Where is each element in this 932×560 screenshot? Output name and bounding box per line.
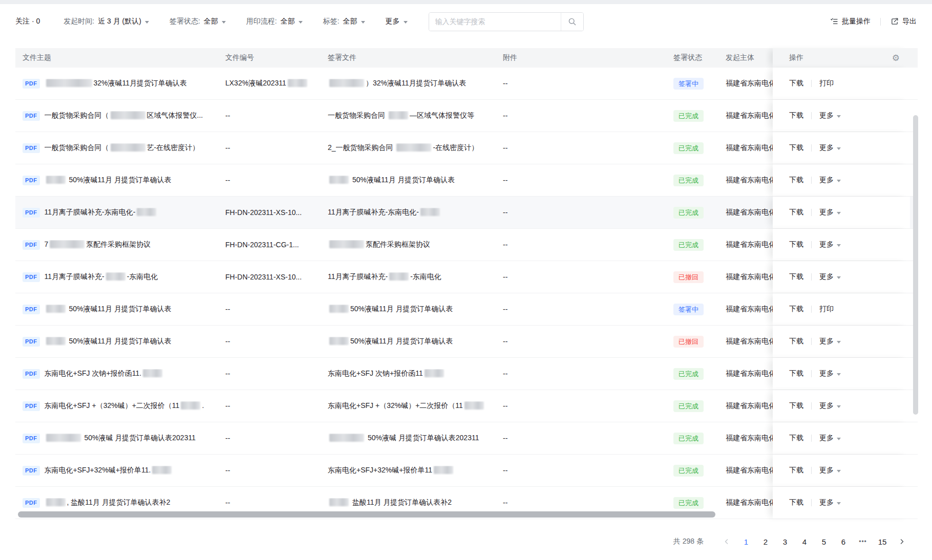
table-row[interactable]: PDF 32%液碱11月提货订单确认表 LX32%液碱202311 ）32%液碱… — [15, 68, 918, 100]
download-action[interactable]: 下载 — [789, 176, 803, 185]
subject-cell: PDF 50%液碱 月提货订单确认表202311 — [15, 434, 225, 443]
print-action[interactable]: 打印 — [819, 79, 834, 88]
attachment-cell: -- — [503, 144, 673, 152]
more-filters-button[interactable]: 更多 — [386, 17, 411, 26]
download-action[interactable]: 下载 — [789, 111, 803, 120]
download-action[interactable]: 下载 — [789, 208, 803, 217]
download-action[interactable]: 下载 — [789, 240, 803, 249]
table-row[interactable]: PDF 一般货物采购合同（区域气体报警仪... -- 一般货物采购合同 —区域气… — [15, 100, 918, 132]
export-button[interactable]: 导出 — [891, 17, 917, 26]
page-2[interactable]: 2 — [759, 534, 772, 549]
more-action[interactable]: 更多 — [819, 143, 841, 153]
redacted-blur — [464, 401, 484, 410]
table-row[interactable]: PDF 东南电化+SFJ 次钠+报价函11. -- 东南电化+SFJ 次钠+报价… — [15, 358, 918, 390]
entity-cell: 福建省东南电化 — [726, 369, 773, 378]
redacted-blur — [329, 176, 349, 184]
operations-cell: 下载打印 — [773, 68, 910, 99]
more-action[interactable]: 更多 — [819, 401, 841, 411]
table-row[interactable]: PDF 一般货物采购合同（艺-在线密度计） -- 2_一般货物采购合同 -在线密… — [15, 132, 918, 164]
cell-text: 7 — [45, 240, 49, 248]
page-6[interactable]: 6 — [837, 534, 850, 549]
download-action[interactable]: 下载 — [789, 466, 803, 475]
action-divider — [811, 209, 812, 216]
chevron-down-icon — [837, 438, 841, 440]
subject-text: 东南电化+SFJ +（32%碱）+二次报价（11. — [45, 401, 204, 411]
more-action[interactable]: 更多 — [819, 337, 841, 346]
download-action[interactable]: 下载 — [789, 401, 803, 411]
operations-cell: 下载更多 — [773, 132, 910, 164]
search-input[interactable] — [429, 13, 561, 31]
total-count: 共 298 条 — [673, 537, 704, 546]
page-15[interactable]: 15 — [876, 534, 889, 549]
table-row[interactable]: PDF 11月离子膜碱补充--东南电化 FH-DN-202311-XS-10..… — [15, 261, 918, 293]
download-action[interactable]: 下载 — [789, 272, 803, 282]
filter-seal-flow[interactable]: 用印流程: 全部 — [246, 17, 303, 26]
chevron-down-icon — [837, 212, 841, 214]
page-3[interactable]: 3 — [778, 534, 792, 549]
redacted-blur — [288, 79, 307, 87]
more-action[interactable]: 更多 — [819, 272, 841, 282]
more-action-label: 更多 — [819, 272, 834, 282]
download-action[interactable]: 下载 — [789, 369, 803, 378]
more-action[interactable]: 更多 — [819, 111, 841, 120]
follow-filter[interactable]: 关注 · 0 — [15, 17, 40, 26]
download-action[interactable]: 下载 — [789, 498, 803, 507]
checklist-icon — [830, 17, 838, 26]
horizontal-scrollbar[interactable] — [18, 511, 715, 518]
download-action[interactable]: 下载 — [789, 143, 803, 153]
vertical-scrollbar[interactable] — [913, 115, 918, 415]
download-action[interactable]: 下载 — [789, 434, 803, 443]
cell-text: FH-DN-202311-XS-10... — [225, 208, 302, 217]
status-badge: 已完成 — [673, 433, 704, 444]
cell-text: 11月离子膜碱补充- — [328, 272, 388, 281]
action-divider — [811, 370, 812, 377]
filter-sign-status[interactable]: 签署状态: 全部 — [170, 17, 226, 26]
table-row[interactable]: PDF 50%液碱11月 月提货订单确认表 -- 50%液碱11月 月提货订单确… — [15, 164, 918, 197]
download-action[interactable]: 下载 — [789, 79, 803, 88]
cell-text: -- — [225, 176, 230, 184]
more-action[interactable]: 更多 — [819, 434, 841, 443]
batch-operations-button[interactable]: 批量操作 — [830, 17, 871, 26]
table-row[interactable]: PDF 11月离子膜碱补充-东南电化- FH-DN-202311-XS-10..… — [15, 197, 918, 229]
table-row[interactable]: PDF 50%液碱11月 月提货订单确认表 -- 50%液碱11月 月提货订单确… — [15, 293, 918, 326]
cell-text: 50%液碱11月 月提货订单确认表 — [67, 305, 172, 313]
code-cell: -- — [225, 144, 328, 152]
col-header-entity: 发起主体 — [726, 53, 773, 62]
attachment-cell: -- — [503, 434, 673, 442]
more-action[interactable]: 更多 — [819, 240, 841, 249]
prev-page-button[interactable] — [720, 534, 733, 549]
page-5[interactable]: 5 — [817, 534, 831, 549]
more-action[interactable]: 更多 — [819, 176, 841, 185]
print-action[interactable]: 打印 — [819, 305, 834, 314]
download-action[interactable]: 下载 — [789, 305, 803, 314]
filter-tag[interactable]: 标签: 全部 — [323, 17, 365, 26]
filter-start-time[interactable]: 发起时间: 近 3 月 (默认) — [63, 17, 149, 26]
download-action-label: 下载 — [789, 305, 803, 314]
status-badge: 已撤回 — [673, 271, 704, 283]
search-button[interactable] — [561, 13, 583, 31]
status-cell: 已完成 — [673, 368, 726, 380]
page-4[interactable]: 4 — [798, 534, 811, 549]
pdf-badge: PDF — [23, 272, 40, 282]
gear-icon[interactable]: ⚙ — [892, 54, 900, 62]
table-row[interactable]: PDF 东南电化+SFJ+32%碱+报价单11. -- 东南电化+SFJ+32%… — [15, 455, 918, 487]
cell-text: 11月离子膜碱补充-东南电化- — [328, 208, 419, 216]
table-row[interactable]: PDF 50%液碱 月提货订单确认表202311 -- 50%液碱 月提货订单确… — [15, 422, 918, 455]
action-divider — [811, 402, 812, 410]
more-action[interactable]: 更多 — [819, 498, 841, 507]
page-1-current[interactable]: 1 — [739, 534, 753, 549]
table-row[interactable]: PDF 东南电化+SFJ +（32%碱）+二次报价（11. -- 东南电化+SF… — [15, 390, 918, 422]
table-row[interactable]: PDF 50%液碱11月 月提货订单确认表 -- 50%液碱11月 月提货订单确… — [15, 326, 918, 358]
next-page-button[interactable] — [895, 534, 908, 549]
more-action[interactable]: 更多 — [819, 466, 841, 475]
table-row[interactable]: PDF 7泵配件采购框架协议 FH-DN-202311-CG-1... 泵配件采… — [15, 229, 918, 261]
subject-cell: PDF 50%液碱11月 月提货订单确认表 — [15, 305, 225, 314]
file-cell: 50%液碱11月 月提货订单确认表 — [328, 176, 503, 185]
download-action-label: 下载 — [789, 434, 803, 443]
cell-text: 一般货物采购合同（ — [45, 143, 109, 152]
more-action[interactable]: 更多 — [819, 369, 841, 378]
page-ellipsis: ••• — [856, 534, 870, 549]
cell-text: -- — [225, 434, 230, 442]
download-action[interactable]: 下载 — [789, 337, 803, 346]
more-action[interactable]: 更多 — [819, 208, 841, 217]
